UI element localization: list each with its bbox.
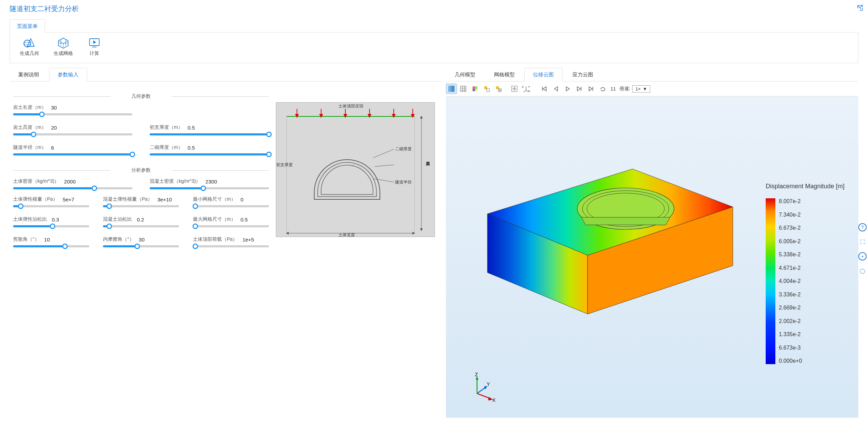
schematic-diagram: 土体顶部压强 二砌厚度 初支厚度 隧道半径 土体高度 土体宽度 <box>276 102 435 237</box>
mesh-cube-icon <box>56 37 70 48</box>
slider-concrete-e[interactable] <box>103 205 179 207</box>
svg-rect-20 <box>473 86 475 89</box>
axis-triad-icon[interactable]: ZYX <box>521 84 532 94</box>
param-soil-e: 土体弹性模量（Pa）5e+7 <box>13 196 89 207</box>
monitor-play-icon <box>87 37 101 48</box>
slider-top-load[interactable] <box>193 245 269 247</box>
box-view-icon[interactable] <box>446 84 457 94</box>
compute-button[interactable]: 计算 <box>87 37 101 57</box>
param-top-load: 土体顶部荷载（Pa）1e+5 <box>193 236 269 247</box>
svg-line-10 <box>373 149 394 158</box>
grid-icon[interactable] <box>458 84 469 94</box>
slider-friction-angle[interactable] <box>103 245 179 247</box>
slider-soil-density[interactable] <box>13 187 132 189</box>
svg-text:X: X <box>528 89 530 93</box>
svg-rect-18 <box>449 86 451 92</box>
loop-icon[interactable] <box>597 84 608 94</box>
svg-line-12 <box>373 179 394 182</box>
prev-frame-icon[interactable] <box>550 84 561 94</box>
slider-soil-poisson[interactable] <box>13 225 89 227</box>
slider-dilation-angle[interactable] <box>13 245 89 247</box>
legend: Displacement Magnitude [m] 8.007e-27.340… <box>766 183 844 364</box>
slider-rock-height[interactable] <box>13 133 132 135</box>
slider-concrete-poisson[interactable] <box>103 225 179 227</box>
tab-case-desc[interactable]: 案例说明 <box>10 68 48 82</box>
param-dilation-angle: 剪胀角（°）10 <box>13 236 89 247</box>
legend-title: Displacement Magnitude [m] <box>766 183 844 190</box>
svg-rect-25 <box>487 89 489 92</box>
param-tunnel-radius: 隧道半径（m）6 <box>13 144 132 155</box>
next-frame-icon[interactable] <box>574 84 585 94</box>
displacement-render <box>460 138 754 352</box>
param-friction-angle: 内摩擦角（°）30 <box>103 236 179 247</box>
param-soil-density: 土体密度（kg/m^3)）2000 <box>13 178 132 189</box>
svg-line-11 <box>375 165 394 167</box>
color-cube-icon[interactable] <box>469 84 480 94</box>
slider-max-mesh[interactable] <box>193 225 269 227</box>
popout-icon[interactable] <box>856 4 863 13</box>
slider-soil-e[interactable] <box>13 205 89 207</box>
side-tools: ? ⛶ + ◯ <box>858 223 867 275</box>
param-min-mesh: 最小网格尺寸（m）0 <box>193 196 269 207</box>
svg-rect-21 <box>475 86 477 89</box>
viz-canvas[interactable]: Displacement Magnitude [m] 8.007e-27.340… <box>446 96 858 418</box>
tab-displacement[interactable]: 位移云图 <box>524 68 562 82</box>
tab-mesh-model[interactable]: 网格模型 <box>485 68 523 82</box>
slider-min-mesh[interactable] <box>193 205 269 207</box>
svg-line-37 <box>477 387 486 393</box>
svg-point-1 <box>24 42 31 45</box>
svg-rect-19 <box>460 86 466 92</box>
play-icon[interactable] <box>562 84 573 94</box>
svg-text:Y: Y <box>487 381 490 387</box>
bulb-box-icon[interactable] <box>481 84 492 94</box>
slider-tunnel-radius[interactable] <box>13 153 132 155</box>
gen-mesh-button[interactable]: 生成网格 <box>54 37 73 57</box>
speed-select[interactable]: 1×▼ <box>632 85 650 93</box>
move-icon[interactable] <box>509 84 520 94</box>
svg-rect-22 <box>473 89 475 91</box>
help-icon[interactable]: ? <box>858 223 867 231</box>
tab-geom-model[interactable]: 几何模型 <box>446 68 484 82</box>
param-soil-poisson: 土体弹性泊松比0.3 <box>13 216 89 227</box>
first-frame-icon[interactable] <box>539 84 550 94</box>
zoom-in-icon[interactable]: + <box>858 252 867 260</box>
gen-geometry-button[interactable]: 生成几何 <box>20 37 39 57</box>
param-concrete-e: 混凝土弹性模量（Pa）3e+10 <box>103 196 179 207</box>
legend-colorbar <box>766 198 775 364</box>
speed-label: 倍速: <box>619 86 631 92</box>
chevron-down-icon: ▼ <box>643 86 647 92</box>
param-secondary-thickness: 二砌厚度（m）0.5 <box>150 144 269 155</box>
svg-text:X: X <box>492 397 496 403</box>
tab-stress[interactable]: 应力云图 <box>564 68 602 82</box>
slider-secondary-thickness[interactable] <box>150 153 269 155</box>
svg-text:Z: Z <box>522 85 524 88</box>
param-concrete-density: 混凝土密度（kg/m^3)）2300 <box>150 178 269 189</box>
param-rock-length: 岩土长度（m）30 <box>13 104 132 115</box>
param-concrete-poisson: 混凝土泊松比0.2 <box>103 216 179 227</box>
frame-number: 11 <box>610 86 616 92</box>
viz-toolbar: ZYX 11 倍速: 1×▼ <box>446 82 858 96</box>
svg-rect-23 <box>475 89 477 91</box>
slider-primary-thickness[interactable] <box>150 133 269 135</box>
geom-section-header: 几何参数 <box>13 93 269 99</box>
sphere-cone-icon <box>22 37 36 48</box>
last-frame-icon[interactable] <box>586 84 597 94</box>
svg-text:Z: Z <box>475 373 478 377</box>
page-menu-tab[interactable]: 页面菜单 <box>10 19 45 32</box>
bulb-wire-icon[interactable] <box>493 84 504 94</box>
slider-concrete-density[interactable] <box>150 187 269 189</box>
param-primary-thickness: 初支厚度（m）0.5 <box>150 124 269 135</box>
tab-param-input[interactable]: 参数输入 <box>49 68 87 82</box>
locate-icon[interactable]: ◯ <box>858 267 867 275</box>
param-max-mesh: 最大网格尺寸（m）0.5 <box>193 216 269 227</box>
analysis-section-header: 分析参数 <box>13 167 269 173</box>
axis-triad: Z Y X <box>467 373 498 404</box>
fullscreen-icon[interactable]: ⛶ <box>858 238 867 246</box>
svg-text:Y: Y <box>528 85 530 88</box>
param-rock-height: 岩土高度（m）20 <box>13 124 132 135</box>
slider-rock-length[interactable] <box>13 113 132 115</box>
app-title: 隧道初支二衬受力分析 <box>10 5 79 12</box>
legend-values: 8.007e-27.340e-26.673e-26.005e-25.338e-2… <box>779 198 802 364</box>
